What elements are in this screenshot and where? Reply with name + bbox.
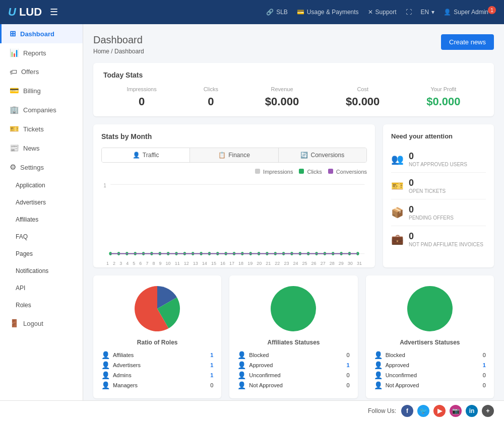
- pie-card-affiliates: Affiliates Statuses 👤 Blocked 0 👤 Approv…: [229, 275, 357, 398]
- payments-link[interactable]: 💳 Usage & Payments: [297, 9, 359, 16]
- breadcrumb: Home / Dashboard: [93, 48, 144, 55]
- facebook-icon[interactable]: f: [401, 405, 413, 417]
- hamburger-icon[interactable]: ☰: [50, 7, 58, 18]
- axis-labels: 1234567891011121314151617181920212223242…: [101, 261, 367, 266]
- legend-row: 👤 Blocked 0: [237, 350, 349, 360]
- lang-chevron: ▾: [431, 9, 434, 16]
- offers-attention-icon: 📦: [391, 206, 404, 219]
- unconfirmed-adv-icon: 👤: [374, 371, 383, 379]
- pie-label-advertisers: Advertisers Statuses: [400, 339, 460, 346]
- bottom-row: Ratio of Roles 👤 Affiliates 1 👤 Advertis…: [93, 275, 494, 398]
- news-icon: 📰: [10, 144, 19, 153]
- legend-row: 👤 Not Approved 0: [237, 380, 349, 390]
- legend-dot-clicks: [299, 169, 304, 174]
- pie-legend-roles: 👤 Affiliates 1 👤 Advertisers 1: [101, 350, 213, 390]
- legend-impressions: Impressions: [255, 169, 293, 175]
- tab-conversions[interactable]: 🔄 Conversions: [279, 148, 366, 162]
- legend-dot-conversions: [328, 169, 333, 174]
- sidebar-item-application[interactable]: Application: [0, 177, 83, 194]
- instagram-icon[interactable]: 📷: [450, 405, 462, 417]
- notapproved-adv-icon: 👤: [374, 381, 383, 389]
- legend-row: 👤 Approved 1: [237, 360, 349, 370]
- payments-icon: 💳: [297, 9, 304, 16]
- invoice-icon: 💼: [391, 233, 404, 245]
- today-stats-title: Today Stats: [103, 71, 484, 79]
- main-content: Dashboard Home / Dashboard Create news T…: [83, 24, 504, 400]
- pie-chart-roles: [132, 284, 182, 334]
- stat-revenue: Revenue $0.000: [265, 86, 299, 108]
- legend-row: 👤 Admins 1: [101, 370, 213, 380]
- pie-label-roles: Ratio of Roles: [137, 339, 178, 346]
- create-news-button[interactable]: Create news: [441, 34, 494, 50]
- pie-label-affiliates: Affiliates Statuses: [267, 339, 320, 346]
- sidebar-item-news[interactable]: 📰 News: [0, 138, 83, 158]
- svg-point-34: [271, 286, 316, 331]
- main-layout: ⊞ Dashboard 📊 Reports 🏷 Offers 💳 Billing…: [0, 24, 504, 400]
- sidebar-item-offers[interactable]: 🏷 Offers: [0, 62, 83, 81]
- affiliates-legend-icon: 👤: [101, 351, 110, 359]
- sidebar-item-affiliates[interactable]: Affiliates: [0, 211, 83, 228]
- sidebar-item-api[interactable]: API: [0, 279, 83, 297]
- unconfirmed-aff-icon: 👤: [237, 371, 246, 379]
- sidebar-item-billing[interactable]: 💳 Billing: [0, 81, 83, 100]
- chart-svg: 1: [101, 179, 367, 259]
- page-title: Dashboard: [93, 34, 144, 46]
- fullscreen-icon[interactable]: ⛶: [406, 9, 412, 16]
- logout-icon: 🚪: [10, 319, 19, 328]
- lang-selector[interactable]: EN ▾: [421, 9, 435, 16]
- page-header: Dashboard Home / Dashboard Create news: [93, 34, 494, 55]
- managers-legend-icon: 👤: [101, 381, 110, 389]
- support-link[interactable]: ✕ Support: [368, 9, 397, 16]
- chart-tabs: 👤 Traffic 📋 Finance 🔄 Conversions: [101, 148, 367, 163]
- stat-cost: Cost $0.000: [346, 86, 380, 108]
- legend-row: 👤 Unconfirmed 0: [374, 370, 486, 380]
- sidebar-item-logout[interactable]: 🚪 Logout: [0, 314, 83, 333]
- approved-aff-icon: 👤: [237, 361, 246, 369]
- approved-adv-icon: 👤: [374, 361, 383, 369]
- blocked-aff-icon: 👤: [237, 351, 246, 359]
- svg-text:1: 1: [104, 182, 106, 188]
- sidebar-item-roles[interactable]: Roles: [0, 297, 83, 314]
- user-icon: 👤: [444, 9, 451, 16]
- pie-chart-affiliates: [268, 284, 319, 334]
- legend-clicks: Clicks: [299, 169, 322, 175]
- user-menu[interactable]: 👤 Super Admin 1: [444, 9, 496, 16]
- pie-legend-affiliates: 👤 Blocked 0 👤 Approved 1: [237, 350, 349, 390]
- offers-icon: 🏷: [10, 67, 17, 76]
- dashboard-icon: ⊞: [10, 29, 16, 38]
- notapproved-aff-icon: 👤: [237, 381, 246, 389]
- legend-conversions: Conversions: [328, 169, 367, 175]
- sidebar-item-faq[interactable]: FAQ: [0, 228, 83, 245]
- pie-chart-advertisers: [405, 284, 455, 334]
- users-icon: 👥: [391, 153, 404, 165]
- extra-social-icon[interactable]: +: [482, 405, 494, 417]
- chart-card: Stats by Month 👤 Traffic 📋 Finance 🔄 Con…: [93, 124, 375, 267]
- sidebar-item-tickets[interactable]: 🎫 Tickets: [0, 119, 83, 138]
- tickets-icon: 🎫: [10, 124, 19, 133]
- sidebar-item-pages[interactable]: Pages: [0, 245, 83, 262]
- sidebar-item-reports[interactable]: 📊 Reports: [0, 43, 83, 62]
- sidebar-item-dashboard[interactable]: ⊞ Dashboard: [0, 24, 83, 43]
- attention-item-offers: 📦 0 PENDING OFFERS: [391, 199, 486, 226]
- logo: U LUD: [8, 6, 42, 19]
- legend-dot-impressions: [255, 169, 260, 174]
- attention-item-tickets: 🎫 0 OPEN TICKETS: [391, 173, 486, 199]
- legend-row: 👤 Unconfirmed 0: [237, 370, 349, 380]
- legend-row: 👤 Approved 1: [374, 360, 486, 370]
- tab-traffic[interactable]: 👤 Traffic: [102, 148, 190, 162]
- sidebar-item-settings[interactable]: ⚙ Settings: [0, 158, 83, 177]
- sidebar-item-companies[interactable]: 🏢 Companies: [0, 100, 83, 119]
- slb-link[interactable]: 🔗 SLB: [266, 9, 288, 16]
- stat-clicks: Clicks 0: [204, 86, 218, 108]
- social-links: f 🐦 ▶ 📷 in +: [401, 405, 494, 417]
- legend-row: 👤 Managers 0: [101, 380, 213, 390]
- sidebar-item-advertisers[interactable]: Advertisers: [0, 194, 83, 211]
- youtube-icon[interactable]: ▶: [433, 405, 446, 417]
- twitter-icon[interactable]: 🐦: [417, 405, 429, 417]
- chart-area: Impressions Clicks Conversions: [101, 169, 367, 259]
- attention-item-invoices: 💼 0 NOT PAID AFFILIATE INVOICES: [391, 226, 486, 252]
- tab-finance[interactable]: 📋 Finance: [190, 148, 278, 162]
- support-icon: ✕: [368, 9, 373, 16]
- linkedin-icon[interactable]: in: [466, 405, 478, 417]
- sidebar-item-notifications[interactable]: Notifications: [0, 262, 83, 279]
